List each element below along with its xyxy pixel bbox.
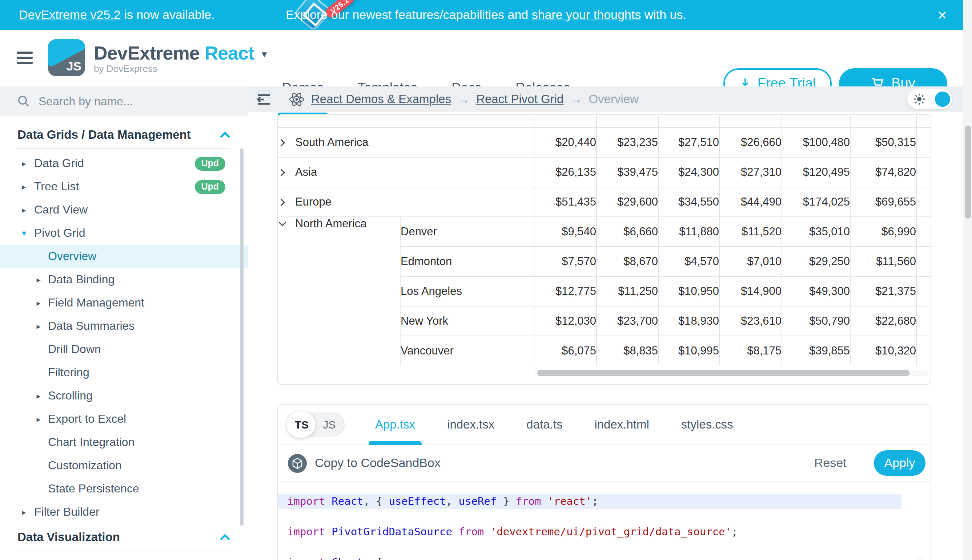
search-input[interactable] [37,94,222,108]
pivot-value-cell[interactable]: $24,300 [658,157,719,187]
theme-toggle[interactable] [907,89,952,109]
tab-index-tsx[interactable]: index.tsx [447,405,494,445]
pivot-value-cell[interactable] [534,115,597,127]
pivot-hscrollbar-thumb[interactable] [537,370,910,376]
pivot-value-cell[interactable]: $23,610 [719,306,782,336]
tab-app-tsx[interactable]: App.tsx [375,405,415,445]
hamburger-menu-icon[interactable] [17,52,33,64]
pivot-city-cell[interactable]: Vancouver [400,336,534,365]
sidebar-item-overview[interactable]: Overview [0,245,248,268]
sidebar-item-customization[interactable]: Customization [0,454,248,477]
pivot-value-cell[interactable]: $12,775 [534,277,597,306]
sidebar-item-field-management[interactable]: ▸Field Management [0,291,248,315]
pivot-value-cell[interactable]: $27,510 [658,127,719,157]
sidebar-section-data-visualization[interactable]: Data Visualization [0,524,248,549]
pivot-value-cell[interactable]: $10,320 [850,336,917,365]
framework-dropdown-icon[interactable]: ▼ [260,49,268,60]
pivot-value-cell[interactable]: $22,680 [850,306,917,336]
tab-styles-css[interactable]: styles.css [681,405,733,445]
sidebar-item-pivot-grid[interactable]: ▾Pivot Grid [0,222,248,245]
pivot-value-cell[interactable]: $8,175 [719,336,782,365]
triangle-right-icon[interactable]: ▸ [33,322,43,331]
pivot-value-cell[interactable]: $50,315 [850,127,917,157]
pivot-value-cell[interactable]: $7,570 [534,247,597,277]
code-scrollbar-track[interactable] [916,557,924,560]
pivot-value-cell[interactable]: $12,030 [534,306,597,336]
pivot-value-cell[interactable]: $7,010 [719,247,782,277]
triangle-right-icon[interactable]: ▸ [19,182,29,192]
sidebar-item-filter-builder[interactable]: ▸Filter Builder [0,500,248,524]
triangle-right-icon[interactable]: ▸ [33,391,43,400]
pivot-value-cell[interactable]: $21,375 [850,277,917,306]
pivot-value-cell[interactable]: $10,995 [658,336,719,365]
pivot-value-cell[interactable]: $23,235 [597,127,658,157]
pivot-value-cell[interactable]: $11,250 [597,277,658,306]
reset-button[interactable]: Reset [814,456,847,470]
pivot-value-cell[interactable]: $34,550 [658,187,719,217]
sidebar-item-card-view[interactable]: ▸Card View [0,198,248,222]
chevron-up-icon[interactable] [219,131,231,138]
sidebar-item-data-grid[interactable]: ▸Data GridUpd [0,152,248,175]
tab-index-html[interactable]: index.html [594,405,649,445]
pivot-value-cell[interactable]: $100,480 [782,127,850,157]
pivot-value-cell[interactable]: $23,700 [597,306,658,336]
pivot-value-cell[interactable]: $39,475 [597,157,658,187]
pivot-value-cell[interactable]: $26,660 [719,127,782,157]
apply-button[interactable]: Apply [874,450,925,476]
triangle-right-icon[interactable]: ▸ [33,275,43,284]
pivot-value-cell[interactable]: $174,025 [782,187,850,217]
pivot-city-cell[interactable]: Los Angeles [400,277,534,306]
sidebar-item-chart-integration[interactable]: Chart Integration [0,431,248,454]
pivot-value-cell[interactable]: $11,880 [658,217,719,247]
pivot-value-cell[interactable]: $11,520 [719,217,782,247]
triangle-right-icon[interactable]: ▸ [33,414,43,424]
sidebar-item-export-to-excel[interactable]: ▸Export to Excel [0,407,248,431]
pivot-value-cell[interactable] [597,115,658,127]
pivot-value-cell[interactable]: $9,540 [534,217,597,247]
collapse-sidebar-icon[interactable] [257,93,271,105]
pivot-value-cell[interactable] [658,115,719,127]
pivot-value-cell[interactable]: $39,855 [782,336,850,365]
triangle-right-icon[interactable]: ▸ [19,159,29,168]
brand-logo[interactable]: JS DevExtremeReact▼ by DevExpress [48,39,268,76]
pivot-value-cell[interactable]: $11,560 [850,247,917,277]
pivot-value-cell[interactable]: $20,440 [534,127,597,157]
pivot-value-cell[interactable]: $49,300 [782,277,850,306]
pivot-city-cell[interactable]: New York [400,306,534,336]
pivot-value-cell[interactable] [719,115,782,127]
pivot-value-cell[interactable]: $14,900 [719,277,782,306]
sidebar-item-data-summaries[interactable]: ▸Data Summaries [0,315,248,338]
pivot-value-cell[interactable]: $10,950 [658,277,719,306]
pivot-region-cell[interactable]: Asia [278,157,534,187]
triangle-right-icon[interactable]: ▸ [33,298,43,308]
pivot-value-cell[interactable] [850,115,917,127]
sidebar-item-tree-list[interactable]: ▸Tree ListUpd [0,175,248,198]
pivot-value-cell[interactable]: $35,010 [782,217,850,247]
language-toggle[interactable]: TSJS [287,413,345,437]
sidebar-scrollbar[interactable] [240,148,244,526]
pivot-value-cell[interactable]: $18,930 [658,306,719,336]
breadcrumb-link[interactable]: React Pivot Grid [476,92,564,106]
codesandbox-icon[interactable] [288,453,307,472]
breadcrumb-link[interactable]: React Demos & Examples [311,92,451,106]
pivot-value-cell[interactable]: $50,790 [782,306,850,336]
pivot-value-cell[interactable]: $29,600 [597,187,658,217]
pivot-value-cell[interactable] [782,115,850,127]
lang-toggle-ts[interactable]: TS [288,418,316,431]
pivot-value-cell[interactable]: $6,660 [597,217,658,247]
sidebar-item-filtering[interactable]: Filtering [0,361,248,384]
sidebar-section-data-grids-data-management[interactable]: Data Grids / Data Management [0,121,248,147]
pivot-value-cell[interactable]: $4,570 [658,247,719,277]
pivot-value-cell[interactable]: $29,250 [782,247,850,277]
pivot-value-cell[interactable]: $26,135 [534,157,597,187]
triangle-down-icon[interactable]: ▾ [19,228,29,238]
pivot-city-cell[interactable]: Edmonton [400,247,534,277]
sidebar-item-state-persistence[interactable]: State Persistence [0,477,248,500]
pivot-value-cell[interactable]: $8,835 [597,336,658,365]
pivot-region-cell[interactable]: North America [278,217,400,365]
banner-close-icon[interactable]: × [928,0,957,30]
tab-data-ts[interactable]: data.ts [526,405,562,445]
pivot-value-cell[interactable]: $6,990 [850,217,917,247]
pivot-region-cell[interactable]: South America [278,127,534,157]
page-scrollbar-track[interactable] [963,0,972,560]
